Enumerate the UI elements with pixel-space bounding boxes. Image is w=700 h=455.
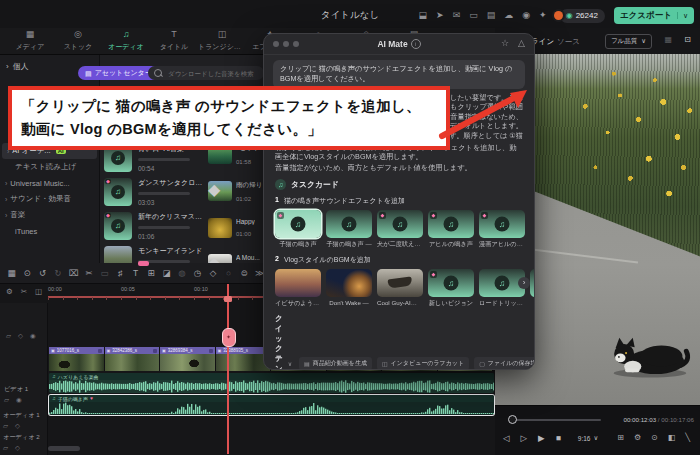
track-manager-icon[interactable]: ▦ — [7, 269, 16, 278]
cloud-icon[interactable]: ☁ — [504, 11, 513, 20]
seek-knob[interactable] — [508, 415, 517, 424]
playhead[interactable]: ✦ — [227, 284, 229, 454]
snapshot-tool-icon[interactable]: ⊜ — [240, 269, 249, 278]
pip-icon[interactable]: ⊡ — [684, 36, 691, 44]
record-icon[interactable]: ◍ — [178, 269, 187, 278]
tab-source[interactable]: ソース — [557, 37, 580, 47]
sidebar-item-universal-music[interactable]: ›Universal Music... — [0, 175, 99, 191]
info-icon[interactable]: i — [411, 39, 421, 49]
audio-list-item[interactable]: Happy01:00 — [208, 218, 266, 238]
video-clip[interactable]: ▣32842386_s — [105, 347, 161, 371]
audio-clip-cat-selected[interactable]: ♫ 子猫の鳴き声 ♥ — [49, 395, 494, 415]
bgm-card[interactable]: ◆♫ — [428, 269, 474, 297]
document-icon[interactable]: ▤ — [487, 11, 496, 20]
sound-card[interactable]: ◆♫ — [377, 210, 423, 238]
search-input[interactable] — [166, 69, 258, 78]
export-button[interactable]: エクスポート ∨ — [614, 7, 694, 24]
gift-icon[interactable]: ✦ — [539, 11, 547, 20]
play-button[interactable]: ▶ — [538, 434, 545, 443]
star-icon[interactable]: ☆ — [501, 39, 509, 48]
timeline-marker[interactable]: ✦ — [222, 328, 236, 347]
snap-icon[interactable]: ✂ — [21, 288, 27, 296]
bgm-card[interactable] — [326, 269, 372, 297]
template-chip-files[interactable]: ▢ファイルの保存場所 — [474, 357, 535, 370]
template-chip-interview[interactable]: ◫インタビューのラフカット — [377, 357, 469, 370]
account-icon[interactable]: ◉ — [522, 11, 530, 20]
stop-button[interactable]: ■ — [556, 434, 561, 443]
library-search[interactable] — [148, 66, 264, 80]
credits-badge[interactable]: ◉ 26242 — [560, 9, 605, 23]
aspect-ratio-dropdown[interactable]: 9:16 ∨ — [578, 435, 598, 442]
step-back-button[interactable]: ◁ — [503, 434, 510, 443]
store-icon[interactable]: ⬓ — [419, 11, 428, 20]
track-visibility-icon[interactable]: ◉ — [30, 333, 36, 340]
sidebar-item-itunes[interactable]: iTunes — [0, 223, 99, 239]
sound-card-selected[interactable]: ◆♫ — [275, 210, 321, 238]
audio-list-item[interactable]: ◆♫ 新年のクリスマスパーティー-AIミュー...01:06 — [104, 212, 204, 240]
asset-center-button[interactable]: ▤ アセットセンター — [78, 66, 159, 80]
undo-icon[interactable]: ↺ — [38, 269, 47, 278]
seek-bar[interactable] — [511, 419, 601, 421]
track-folder-icon[interactable]: ▱ — [6, 333, 11, 340]
link-icon[interactable]: ◫ — [35, 288, 42, 296]
track-mute-icon[interactable]: ◇ — [15, 445, 20, 452]
caret-down-icon[interactable]: ∨ — [288, 361, 292, 367]
video-clip[interactable]: ▣1077016_s — [49, 347, 105, 371]
speed-icon[interactable]: ◷ — [193, 269, 202, 278]
mask-icon[interactable]: ◪ — [162, 269, 171, 278]
quick-templates-label[interactable]: クイックテンプレート — [275, 314, 283, 370]
tab-transition[interactable]: ◫トランジション — [198, 30, 246, 52]
quality-dropdown[interactable]: フル品質 ∨ — [605, 34, 652, 49]
split-icon[interactable]: ✂ — [85, 269, 94, 278]
track-lock-icon[interactable]: ◇ — [18, 333, 23, 340]
heart-icon: ♥ — [90, 396, 93, 401]
marker-tool-icon[interactable]: ◇ — [209, 269, 218, 278]
sound-card[interactable]: ◆♫ — [479, 210, 525, 238]
share-icon[interactable]: ➤ — [436, 11, 444, 20]
redo-icon[interactable]: ↻ — [54, 269, 63, 278]
sound-card[interactable]: ♫ — [326, 210, 372, 238]
crop-icon[interactable]: ⊞ — [147, 269, 156, 278]
bgm-card[interactable] — [377, 269, 423, 297]
snapshot-icon[interactable]: ⊙ — [651, 434, 658, 442]
sidebar-item-tts[interactable]: テキスト読み上げ — [0, 159, 99, 175]
volume-icon[interactable]: ◧ — [668, 434, 676, 442]
render-settings-icon[interactable]: ⚙ — [634, 434, 641, 442]
track-folder-icon[interactable]: ▱ — [3, 445, 8, 452]
delete-icon[interactable]: ⌧ — [69, 269, 78, 278]
audio-clip-bgm[interactable]: ♫ ハズりあえる楽曲 — [49, 373, 494, 393]
track-folder-icon[interactable]: ▱ — [4, 397, 9, 404]
sound-card[interactable]: ◆♫ — [428, 210, 474, 238]
grid-view-icon[interactable]: ▦ — [664, 36, 672, 44]
track-folder-icon[interactable]: ▱ — [3, 423, 8, 430]
zoom-tool-icon[interactable]: ⊙ — [23, 269, 32, 278]
audio-list-item[interactable]: ◆♫ ダンスサンタクローズ03:03 — [104, 178, 204, 206]
export-caret-icon[interactable]: ∨ — [677, 12, 688, 19]
tab-title[interactable]: Tタイトル — [150, 30, 198, 52]
tab-media[interactable]: ▦メディア — [6, 30, 54, 52]
bgm-card-partial[interactable] — [530, 269, 535, 297]
audio-list-item[interactable]: ◆ 雨の帰り01:02 — [208, 181, 266, 202]
keyframe-icon[interactable]: ♯ — [116, 269, 125, 278]
playhead-handle[interactable] — [224, 296, 232, 302]
timeline-settings-icon[interactable]: ⚙ — [6, 288, 13, 296]
bgm-card[interactable] — [275, 269, 321, 297]
track-visibility-icon[interactable]: ◉ — [16, 397, 22, 404]
trim-icon[interactable]: ▭ — [100, 269, 109, 278]
step-forward-button[interactable]: ▷ — [521, 434, 528, 443]
video-clip[interactable]: ▣32869384_s — [160, 347, 216, 371]
next-cards-button[interactable]: › — [518, 277, 530, 289]
template-chip-product[interactable]: ▤商品紹介動画を生成 — [299, 357, 372, 370]
chroma-icon[interactable]: ○ — [224, 269, 233, 278]
feedback-icon[interactable]: ✉ — [453, 11, 461, 20]
device-icon[interactable]: ▭ — [469, 11, 478, 20]
track-mute-icon[interactable]: ◇ — [15, 423, 20, 430]
sidebar-item-sound-effects[interactable]: ›サウンド・効果音 — [0, 191, 99, 207]
edit-tools-icon[interactable]: ╲ — [685, 434, 690, 442]
text-tool-icon[interactable]: T — [131, 269, 140, 278]
fit-icon[interactable]: ⊞ — [617, 434, 624, 442]
tab-audio[interactable]: ♫オーディオ — [102, 30, 150, 52]
tab-stock[interactable]: ◎ストック — [54, 30, 102, 52]
pin-icon[interactable]: △ — [518, 39, 525, 48]
sidebar-item-music[interactable]: ›音楽 — [0, 207, 99, 223]
